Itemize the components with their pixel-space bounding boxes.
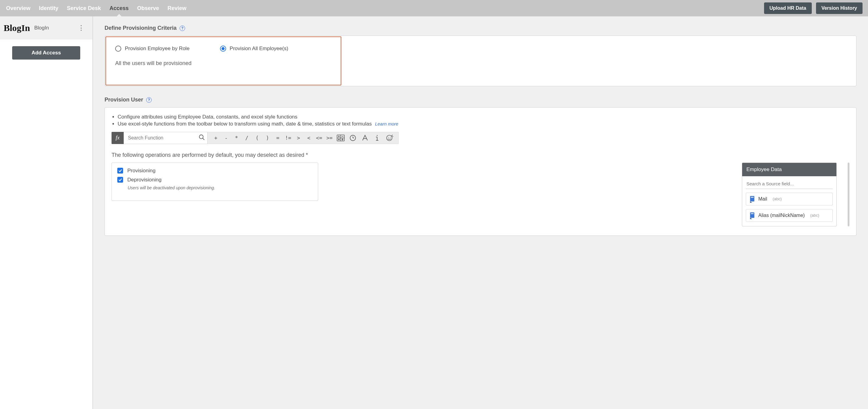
radio-unselected-icon: [115, 45, 121, 52]
svg-rect-30: [751, 213, 754, 214]
fx-icon: fx: [112, 132, 124, 144]
checkbox-deprovisioning-label: Deprovisioning: [127, 177, 161, 183]
svg-rect-26: [750, 196, 754, 201]
svg-point-0: [199, 135, 203, 139]
radio-by-role-label: Provision Employee by Role: [125, 45, 190, 52]
upload-hr-data-button[interactable]: Upload HR Data: [764, 2, 812, 14]
op-lt[interactable]: <: [304, 132, 314, 144]
tab-review[interactable]: Review: [167, 0, 186, 17]
checkbox-provisioning[interactable]: [117, 168, 123, 174]
svg-point-10: [342, 138, 343, 139]
bullet-item: Use excel-style functions from the toolb…: [118, 121, 849, 128]
svg-marker-28: [750, 201, 752, 203]
svg-rect-27: [751, 197, 754, 197]
svg-line-25: [392, 136, 393, 137]
tab-service-desk[interactable]: Service Desk: [67, 0, 101, 17]
svg-point-21: [386, 135, 392, 141]
svg-point-22: [388, 137, 389, 138]
field-source-icon: [749, 195, 755, 203]
provision-section-title: Provision User ?: [104, 97, 857, 103]
op-minus[interactable]: -: [221, 132, 231, 144]
svg-line-1: [203, 138, 205, 140]
info-category-icon[interactable]: [371, 132, 383, 144]
svg-point-23: [390, 137, 391, 138]
provision-panel: Configure attributes using Employee Data…: [104, 107, 857, 236]
operator-buttons: + - * / ( ) = != > < <= >=: [208, 132, 399, 144]
criteria-description: All the users will be provisioned: [115, 60, 332, 67]
function-toolbar: fx + - * / ( ) =: [112, 132, 849, 144]
text-category-icon[interactable]: [359, 132, 371, 144]
help-icon[interactable]: ?: [180, 26, 185, 31]
main-content: Define Provisioning Criteria ? Provision…: [93, 17, 868, 409]
field-name: Mail: [758, 196, 767, 202]
radio-provision-all[interactable]: Provision All Employee(s): [220, 45, 288, 52]
operations-box: Provisioning Deprovisioning Users will b…: [112, 163, 318, 201]
help-icon[interactable]: ?: [146, 97, 152, 103]
op-plus[interactable]: +: [211, 132, 221, 144]
radio-all-label: Provision All Employee(s): [230, 45, 288, 52]
op-equals[interactable]: =: [273, 132, 283, 144]
svg-line-24: [392, 135, 393, 136]
provision-bullets: Configure attributes using Employee Data…: [112, 114, 849, 128]
top-nav: Overview Identity Service Desk Access Ob…: [0, 0, 868, 17]
deprovisioning-note: Users will be deactivated upon deprovisi…: [128, 185, 312, 190]
field-source-icon: [749, 212, 755, 219]
radio-provision-by-role[interactable]: Provision Employee by Role: [115, 45, 190, 52]
op-paren-open[interactable]: (: [252, 132, 262, 144]
nav-tabs: Overview Identity Service Desk Access Ob…: [6, 0, 186, 17]
tab-overview[interactable]: Overview: [6, 0, 30, 17]
op-paren-close[interactable]: ): [262, 132, 273, 144]
add-access-button[interactable]: Add Access: [12, 46, 80, 60]
field-meta: (abc): [773, 197, 782, 201]
field-card-alias[interactable]: Alias (mailNickName) (abc): [746, 209, 833, 222]
criteria-section-title: Define Provisioning Criteria ?: [104, 25, 857, 31]
provision-title-text: Provision User: [104, 97, 143, 103]
datetime-category-icon[interactable]: [347, 132, 359, 144]
field-card-mail[interactable]: Mail (abc): [746, 193, 833, 206]
bullet-item: Configure attributes using Employee Data…: [118, 114, 849, 121]
app-name: BlogIn: [34, 25, 49, 31]
svg-point-11: [342, 140, 343, 140]
svg-marker-31: [750, 218, 752, 219]
criteria-panel: Provision Employee by Role Provision All…: [104, 36, 857, 86]
operations-description: The following operations are performed b…: [112, 152, 849, 158]
radio-selected-icon: [220, 45, 226, 52]
tab-identity[interactable]: Identity: [39, 0, 58, 17]
employee-data-search-input[interactable]: [746, 179, 833, 189]
sidebar: BlogIn BlogIn ⋮ Add Access: [0, 17, 93, 409]
tab-observe[interactable]: Observe: [137, 0, 159, 17]
criteria-title-text: Define Provisioning Criteria: [104, 25, 177, 31]
search-function-input[interactable]: [124, 132, 208, 144]
checkbox-provisioning-label: Provisioning: [127, 168, 156, 174]
learn-more-link[interactable]: Learn more: [375, 121, 398, 126]
op-gt[interactable]: >: [293, 132, 304, 144]
op-gte[interactable]: >=: [324, 132, 335, 144]
field-meta: (abc): [810, 213, 819, 218]
field-name: Alias (mailNickName): [758, 213, 805, 218]
search-icon[interactable]: [198, 134, 205, 142]
tab-access[interactable]: Access: [110, 0, 129, 17]
more-menu-icon[interactable]: ⋮: [75, 23, 87, 33]
op-multiply[interactable]: *: [231, 132, 242, 144]
op-divide[interactable]: /: [242, 132, 252, 144]
criteria-highlight-box: Provision Employee by Role Provision All…: [105, 36, 341, 85]
employee-data-header: Employee Data: [742, 163, 836, 176]
version-history-button[interactable]: Version History: [816, 2, 863, 14]
logic-category-icon[interactable]: [383, 132, 395, 144]
checkbox-deprovisioning[interactable]: [117, 177, 123, 183]
bullet-text: Use excel-style functions from the toolb…: [118, 121, 372, 127]
scrollbar[interactable]: [848, 163, 849, 226]
svg-rect-29: [750, 212, 754, 218]
op-lte[interactable]: <=: [314, 132, 324, 144]
svg-point-17: [377, 135, 378, 136]
op-not-equals[interactable]: !=: [283, 132, 293, 144]
math-category-icon[interactable]: [335, 132, 347, 144]
employee-data-panel: Employee Data Mail (abc): [742, 163, 837, 226]
app-header: BlogIn BlogIn ⋮: [0, 17, 92, 39]
app-logo: BlogIn: [4, 23, 30, 33]
